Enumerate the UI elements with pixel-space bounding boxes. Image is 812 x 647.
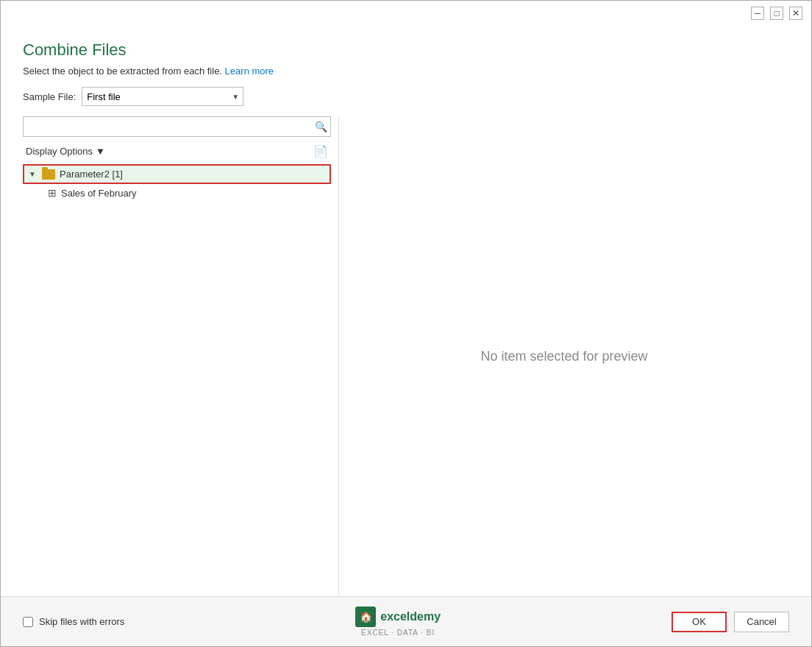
display-options-button[interactable]: Display Options ▼ [23,144,108,158]
search-input[interactable] [26,121,315,132]
combine-files-dialog: ─ □ ✕ Combine Files Select the object to… [0,0,812,647]
dialog-subtitle: Select the object to be extracted from e… [23,66,789,77]
display-options-chevron-icon: ▼ [96,146,105,157]
tree-child-label: Sales of February [61,188,137,199]
learn-more-link[interactable]: Learn more [225,66,274,77]
subtitle-text: Select the object to be extracted from e… [23,66,222,77]
maximize-button[interactable]: □ [770,7,783,20]
footer: Skip files with errors 🏠 exceldemy EXCEL… [1,596,811,646]
refresh-icon: 📄 [313,145,328,158]
footer-buttons: OK Cancel [672,612,789,632]
main-area: 🔍 Display Options ▼ 📄 ▼ [23,116,789,596]
title-bar-controls: ─ □ ✕ [751,7,802,20]
tree-child-item[interactable]: ⊞ Sales of February [23,184,331,202]
folder-icon [42,169,55,180]
sample-file-select[interactable]: First file Last file [82,87,243,106]
logo-tagline: EXCEL · DATA · BI [361,629,435,637]
logo-name: exceldemy [380,610,441,623]
tree-folder-item[interactable]: ▼ Parameter2 [1] [23,164,331,184]
exceldemy-logo-row: 🏠 exceldemy [355,607,441,627]
search-row: 🔍 [23,116,331,137]
tree-refresh-button[interactable]: 📄 [310,143,331,160]
table-icon: ⊞ [48,187,57,199]
ok-button[interactable]: OK [672,612,727,632]
minimize-button[interactable]: ─ [751,7,764,20]
skip-files-label: Skip files with errors [39,616,124,627]
title-bar: ─ □ ✕ [1,1,811,26]
tree-expand-icon: ▼ [29,170,38,178]
footer-logo: 🏠 exceldemy EXCEL · DATA · BI [355,607,441,637]
right-panel: No item selected for preview [339,116,789,596]
display-options-row: Display Options ▼ 📄 [23,143,331,160]
skip-files-row: Skip files with errors [23,616,124,627]
no-preview-text: No item selected for preview [480,349,647,364]
close-button[interactable]: ✕ [789,7,802,20]
logo-icon: 🏠 [355,607,376,627]
sample-file-row: Sample File: First file Last file ▼ [23,87,789,106]
sample-file-select-wrapper: First file Last file ▼ [82,87,243,106]
search-icon: 🔍 [315,121,327,132]
tree-folder-label: Parameter2 [1] [60,169,123,180]
sample-file-label: Sample File: [23,91,76,102]
tree-area: ▼ Parameter2 [1] ⊞ Sales of February [23,164,331,596]
dialog-content: Combine Files Select the object to be ex… [1,26,811,596]
left-panel: 🔍 Display Options ▼ 📄 ▼ [23,116,339,596]
display-options-label: Display Options [26,146,93,157]
dialog-title: Combine Files [23,40,789,60]
skip-files-checkbox[interactable] [23,617,33,627]
cancel-button[interactable]: Cancel [734,612,789,632]
